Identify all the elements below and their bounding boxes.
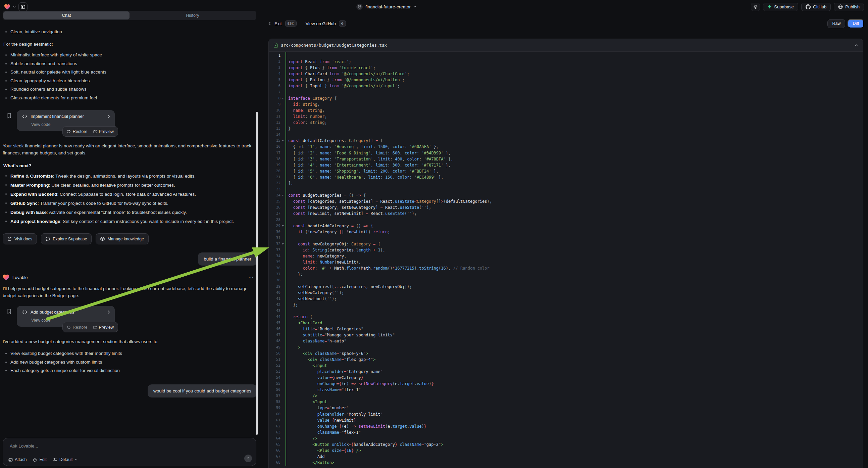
line-number: 7 <box>269 89 280 95</box>
list-item: Debug with Ease: Activate our experiment… <box>3 208 257 217</box>
line-number: 38 <box>269 277 280 283</box>
code-line: 7 <box>269 89 863 95</box>
assistant-paragraph: Your sleek financial planner is now read… <box>3 142 257 156</box>
view-on-github-button[interactable]: View on GitHub <box>306 21 336 26</box>
list-item: Soft, neutral color palette with light b… <box>3 68 257 77</box>
supabase-button[interactable]: Supabase <box>763 3 798 11</box>
code-line: 61 value={newLimit} <box>269 417 863 423</box>
github-button[interactable]: GitHub <box>801 3 831 11</box>
fold-chevron-icon[interactable] <box>282 243 284 245</box>
line-number: 63 <box>269 429 280 435</box>
lovable-heart-icon <box>3 274 9 280</box>
project-switcher[interactable]: financial-future-creator <box>356 0 416 13</box>
esc-key-badge: ESC <box>285 21 297 27</box>
explore-supabase-button[interactable]: Explore Supabase <box>41 233 92 244</box>
restore-button[interactable]: Restore <box>67 325 88 330</box>
line-number: 17 <box>269 150 280 156</box>
gear-icon <box>753 4 757 9</box>
list-item: Clean, intuitive navigation <box>3 28 257 36</box>
fold-chevron-icon[interactable] <box>282 98 284 99</box>
list-item: Add project knowledge: Set key context o… <box>3 217 257 226</box>
code-line: 44 return ( <box>269 314 863 320</box>
line-number: 54 <box>269 375 280 381</box>
mode-select[interactable]: Default <box>53 457 78 462</box>
code-line: 25 const [categories, setCategories] = R… <box>269 198 863 204</box>
code-line: 11 limit: number; <box>269 114 863 119</box>
line-number: 57 <box>269 393 280 399</box>
line-number: 12 <box>269 119 280 125</box>
list-item: Clean typography with clear hierarchies <box>3 77 257 85</box>
project-name: financial-future-creator <box>365 4 411 9</box>
project-chevron-down-icon <box>413 6 416 8</box>
logo-menu-chevron-down-icon[interactable] <box>13 6 16 8</box>
chat-message-list[interactable]: Clean, intuitive navigation For the desi… <box>3 28 257 435</box>
file-header[interactable]: src/components/budget/BudgetCategories.t… <box>269 39 863 52</box>
code-line: 58 <Input <box>269 399 863 405</box>
code-line: 41 setNewLimit(''); <box>269 296 863 302</box>
line-number: 26 <box>269 204 280 210</box>
preview-button[interactable]: Preview <box>93 129 114 134</box>
line-number: 51 <box>269 356 280 362</box>
line-number: 53 <box>269 369 280 375</box>
line-number: 37 <box>269 271 280 277</box>
code-line: 54 value={newCategory} <box>269 375 863 381</box>
code-line: 60 placeholder="Monthly limit" <box>269 411 863 417</box>
bookmark-icon[interactable] <box>7 309 12 314</box>
diff-toggle-button[interactable]: Diff <box>847 19 864 28</box>
code-line: 22]; <box>269 180 863 186</box>
tab-history[interactable]: History <box>129 11 256 20</box>
manage-knowledge-button[interactable]: Manage knowledge <box>96 233 148 244</box>
code-line: 68 </Button> <box>269 460 863 466</box>
assistant-name: Lovable <box>12 275 245 280</box>
preview-button[interactable]: Preview <box>93 325 114 330</box>
restore-icon <box>67 129 71 134</box>
chevron-down-icon <box>75 459 78 461</box>
code-line: 42 }; <box>269 302 863 308</box>
assistant-header: Lovable ⋯ <box>3 274 257 280</box>
attach-button[interactable]: Attach <box>8 457 27 462</box>
publish-button[interactable]: Publish <box>834 3 864 11</box>
line-number: 46 <box>269 326 280 332</box>
line-number: 44 <box>269 314 280 320</box>
code-line: 29 const handleAddCategory = () => { <box>269 223 863 229</box>
collapse-chevron-up-icon[interactable] <box>855 44 858 46</box>
external-link-icon <box>93 129 97 134</box>
list-item: Each category gets a unique color for vi… <box>3 366 257 375</box>
bookmark-icon[interactable] <box>7 113 12 118</box>
visit-docs-button[interactable]: Visit docs <box>3 233 37 244</box>
code-line: 2import React from 'react'; <box>269 59 863 65</box>
line-number: 2 <box>269 59 280 65</box>
send-button[interactable] <box>244 455 252 462</box>
chevron-right-icon <box>108 115 110 118</box>
line-number: 31 <box>269 235 280 241</box>
edit-button[interactable]: Edit <box>33 457 46 462</box>
raw-toggle-button[interactable]: Raw <box>828 19 845 28</box>
fold-chevron-icon[interactable] <box>282 140 284 141</box>
settings-button[interactable] <box>751 3 760 11</box>
fold-chevron-icon[interactable] <box>282 225 284 227</box>
chat-input[interactable] <box>9 443 245 453</box>
code-editor[interactable]: 12import React from 'react';3import { Pl… <box>269 52 863 466</box>
list-item: Master Prompting: Use clear, detailed, a… <box>3 181 257 190</box>
whats-next-heading: What's next? <box>3 163 257 168</box>
lovable-logo-heart-icon[interactable] <box>4 4 10 10</box>
restore-button[interactable]: Restore <box>67 129 88 134</box>
back-chevron-icon[interactable] <box>269 22 271 26</box>
line-number: 14 <box>269 131 280 138</box>
fold-chevron-icon[interactable] <box>282 195 284 196</box>
line-number: 3 <box>269 65 280 71</box>
chat-scrollbar[interactable] <box>256 112 258 435</box>
code-line: 33 id: String(categories.length + 1), <box>269 247 863 253</box>
exit-button[interactable]: Exit <box>275 21 282 26</box>
line-number: 67 <box>269 454 280 460</box>
suggestion-buttons: Visit docs Explore Supabase Manage knowl… <box>3 233 257 244</box>
code-line: 39 setCategories([...categories, newCate… <box>269 284 863 290</box>
assistant-paragraph: I'll help you add budget categories to t… <box>3 285 257 299</box>
restore-preview-pill: Restore Preview <box>62 322 118 332</box>
line-number: 32 <box>269 241 280 247</box>
line-number: 21 <box>269 174 280 180</box>
chat-bubble-icon <box>45 237 50 241</box>
tab-chat[interactable]: Chat <box>3 11 129 20</box>
code-line: 21 { id: '6', name: 'Healthcare', limit:… <box>269 174 863 180</box>
message-menu-button[interactable]: ⋯ <box>248 274 254 280</box>
